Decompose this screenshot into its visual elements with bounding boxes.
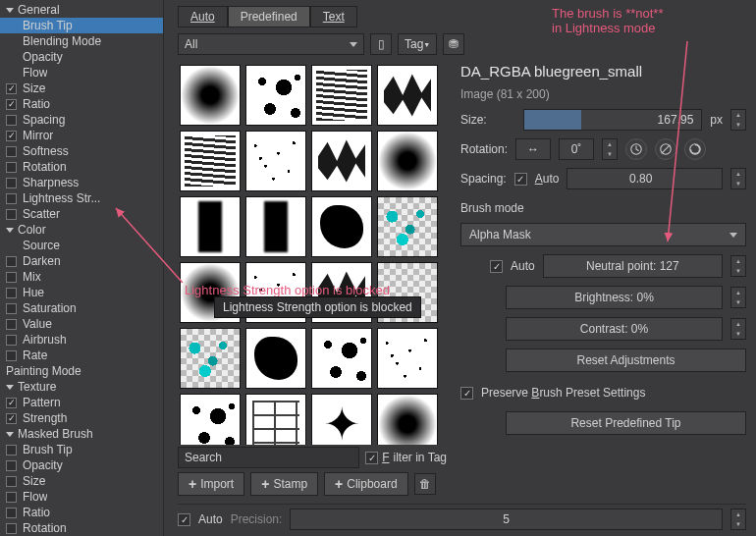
brush-thumb[interactable] bbox=[311, 65, 372, 126]
sidebar-item[interactable]: Source bbox=[0, 238, 163, 253]
checkbox-icon[interactable]: ✓ bbox=[6, 398, 17, 408]
checkbox-icon[interactable] bbox=[6, 335, 17, 346]
size-slider[interactable]: 167.95 bbox=[523, 109, 702, 131]
brush-thumb[interactable] bbox=[311, 394, 372, 445]
sidebar-item[interactable]: Size bbox=[0, 473, 163, 489]
brush-thumb[interactable] bbox=[180, 394, 241, 445]
sidebar-group-header[interactable]: Texture bbox=[0, 379, 163, 395]
sidebar-item[interactable]: Lightness Str... bbox=[0, 190, 163, 206]
brush-thumb[interactable] bbox=[377, 328, 438, 389]
tab-text[interactable]: Text bbox=[310, 6, 357, 27]
search-input[interactable]: Search bbox=[178, 447, 359, 468]
clipboard-button[interactable]: +Clipboard bbox=[324, 472, 408, 496]
sidebar-item[interactable]: ✓Ratio bbox=[0, 96, 163, 112]
checkbox-icon[interactable] bbox=[6, 508, 17, 518]
checkbox-icon[interactable] bbox=[6, 492, 17, 503]
sidebar-item[interactable]: Spacing bbox=[0, 112, 163, 128]
checkbox-icon[interactable] bbox=[6, 209, 17, 220]
tag-button[interactable]: Tag ▼ bbox=[398, 33, 437, 55]
sidebar-item[interactable]: Opacity bbox=[0, 457, 163, 473]
sidebar-item[interactable]: Hue bbox=[0, 285, 163, 300]
brush-thumb[interactable] bbox=[377, 65, 438, 126]
checkbox-icon[interactable] bbox=[6, 476, 17, 487]
checkbox-icon[interactable]: ✓ bbox=[6, 413, 17, 424]
brush-thumb[interactable] bbox=[245, 328, 306, 389]
brush-thumb[interactable] bbox=[180, 131, 241, 191]
brush-thumb[interactable] bbox=[245, 196, 306, 257]
checkbox-icon[interactable] bbox=[6, 288, 17, 298]
brush-thumb[interactable] bbox=[245, 131, 306, 191]
sidebar-item[interactable]: Brush Tip bbox=[0, 442, 163, 457]
tag-filter-combo[interactable]: All bbox=[178, 33, 364, 55]
rotation-angle-icon[interactable] bbox=[655, 138, 676, 160]
precision-slider[interactable]: 5 bbox=[290, 509, 723, 530]
import-button[interactable]: +Import bbox=[178, 472, 244, 496]
rotation-value[interactable]: 0˚ bbox=[559, 138, 594, 160]
sidebar-group-header[interactable]: General bbox=[0, 2, 163, 18]
tab-predefined[interactable]: Predefined bbox=[228, 6, 310, 27]
sidebar-item[interactable]: Scatter bbox=[0, 206, 163, 222]
checkbox-icon[interactable]: ✓ bbox=[6, 83, 17, 94]
stamp-button[interactable]: +Stamp bbox=[250, 472, 318, 496]
contrast-stepper[interactable]: ▲▼ bbox=[730, 318, 746, 340]
brush-thumb[interactable] bbox=[377, 196, 438, 257]
brush-thumb[interactable] bbox=[180, 196, 241, 257]
tab-auto[interactable]: Auto bbox=[178, 6, 228, 27]
rotation-arrows-icon[interactable]: ↔ bbox=[515, 138, 551, 160]
sidebar-item[interactable]: Ratio bbox=[0, 505, 163, 520]
checkbox-icon[interactable] bbox=[6, 256, 17, 267]
size-stepper[interactable]: ▲▼ bbox=[730, 109, 746, 131]
sidebar-item[interactable]: ✓Pattern bbox=[0, 395, 163, 410]
sidebar-plain-header[interactable]: Painting Mode bbox=[0, 363, 163, 379]
checkbox-icon[interactable] bbox=[6, 303, 17, 314]
sidebar-item[interactable]: Flow bbox=[0, 489, 163, 505]
precision-stepper[interactable]: ▲▼ bbox=[730, 509, 746, 530]
sidebar-item[interactable]: Rotation bbox=[0, 159, 163, 175]
checkbox-icon[interactable]: ✓ bbox=[6, 131, 17, 141]
sidebar-group-header[interactable]: Color bbox=[0, 222, 163, 238]
brush-thumb[interactable] bbox=[245, 394, 306, 445]
brush-thumb[interactable] bbox=[311, 196, 372, 257]
checkbox-icon[interactable]: ✓ bbox=[6, 99, 17, 110]
neutral-auto-checkbox[interactable]: ✓ bbox=[490, 260, 503, 273]
brush-thumb[interactable] bbox=[180, 65, 241, 126]
sidebar-item[interactable]: ✓Size bbox=[0, 80, 163, 96]
checkbox-icon[interactable] bbox=[6, 272, 17, 283]
sidebar-item[interactable]: Saturation bbox=[0, 300, 163, 316]
sidebar-item[interactable]: Mix bbox=[0, 269, 163, 285]
sidebar-group-header[interactable]: Masked Brush bbox=[0, 426, 163, 442]
checkbox-icon[interactable] bbox=[6, 460, 17, 471]
checkbox-icon[interactable] bbox=[6, 445, 17, 456]
spacing-stepper[interactable]: ▲▼ bbox=[730, 168, 746, 189]
brush-mode-combo[interactable]: Alpha Mask bbox=[460, 223, 746, 246]
reset-adjustments-button[interactable]: Reset Adjustments bbox=[506, 348, 746, 372]
filter-in-tag-checkbox[interactable]: ✓ Filter in Tag bbox=[365, 451, 447, 464]
checkbox-icon[interactable] bbox=[6, 115, 17, 126]
sidebar-item[interactable]: Softness bbox=[0, 143, 163, 159]
sidebar-item[interactable]: Rate bbox=[0, 348, 163, 363]
rotation-clock-icon[interactable] bbox=[625, 138, 647, 160]
checkbox-icon[interactable] bbox=[6, 193, 17, 204]
sidebar-item[interactable]: Airbrush bbox=[0, 332, 163, 348]
checkbox-icon[interactable] bbox=[6, 178, 17, 188]
checkbox-icon[interactable] bbox=[6, 350, 17, 361]
brush-thumb[interactable] bbox=[180, 328, 241, 389]
options-sidebar[interactable]: GeneralBrush TipBlending ModeOpacityFlow… bbox=[0, 0, 164, 536]
save-bookmark-icon[interactable]: ▯ bbox=[370, 33, 392, 55]
sidebar-item[interactable]: Rotation bbox=[0, 520, 163, 536]
brush-thumb[interactable] bbox=[245, 65, 306, 126]
brush-thumb[interactable] bbox=[377, 131, 438, 191]
sidebar-item[interactable]: ✓Strength bbox=[0, 410, 163, 426]
brush-thumb-grid[interactable] bbox=[178, 61, 447, 445]
spacing-auto-checkbox[interactable]: ✓ bbox=[514, 173, 527, 186]
reset-predefined-tip-button[interactable]: Reset Predefined Tip bbox=[506, 411, 746, 435]
sidebar-item[interactable]: Sharpness bbox=[0, 175, 163, 190]
sidebar-item[interactable]: Brush Tip bbox=[0, 18, 163, 33]
delete-icon[interactable]: 🗑 bbox=[414, 473, 436, 495]
precision-auto-checkbox[interactable]: ✓ bbox=[178, 513, 190, 526]
sidebar-item[interactable]: Opacity bbox=[0, 49, 163, 65]
preserve-settings-checkbox[interactable]: ✓ bbox=[460, 387, 473, 400]
checkbox-icon[interactable] bbox=[6, 146, 17, 157]
rotation-stepper[interactable]: ▲▼ bbox=[602, 138, 618, 160]
spacing-slider[interactable]: 0.80 bbox=[567, 168, 723, 189]
